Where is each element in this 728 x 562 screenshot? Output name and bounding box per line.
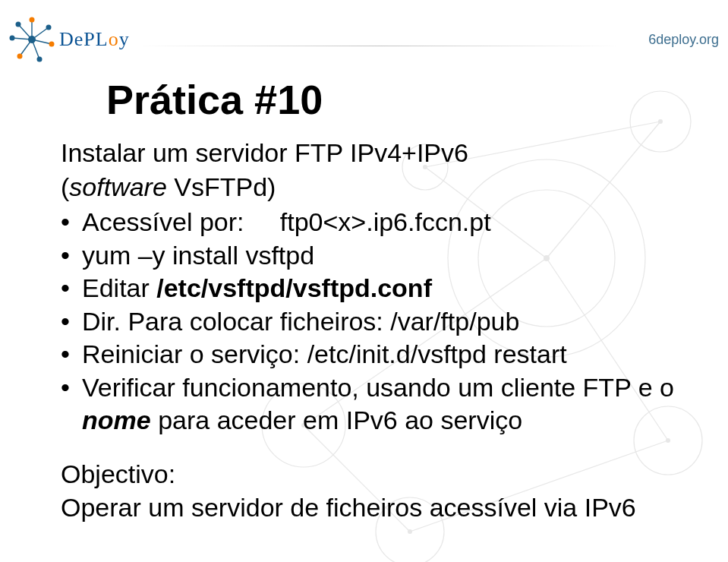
- logo-text: DePLoy: [59, 28, 130, 51]
- svg-point-27: [30, 17, 35, 23]
- bullet-item: Dir. Para colocar ficheiros: /var/ftp/pu…: [61, 305, 690, 339]
- objective-label: Objectivo:: [61, 457, 690, 491]
- svg-point-30: [37, 57, 43, 62]
- bullet-item: Editar /etc/vsftpd/vsftpd.conf: [61, 272, 690, 305]
- slide-title: Prática #10: [106, 76, 690, 123]
- logo-left: DePLoy: [9, 17, 130, 62]
- header-divider: [137, 46, 622, 46]
- bullet-list: Acessível por: ftp0<x>.ip6.fccn.pt yum –…: [61, 206, 690, 437]
- slide-content: Prática #10 Instalar um servidor FTP IPv…: [53, 76, 690, 547]
- bullet-item: yum –y install vsftpd: [61, 239, 690, 273]
- svg-point-31: [17, 54, 23, 59]
- bullet-item: Reiniciar o serviço: /etc/init.d/vsftpd …: [61, 338, 690, 371]
- bullet-item: Acessível por: ftp0<x>.ip6.fccn.pt: [61, 206, 690, 239]
- svg-point-33: [16, 22, 21, 27]
- slide-subtitle-line2: (software VsFTPd): [61, 171, 690, 204]
- slide-subtitle-line1: Instalar um servidor FTP IPv4+IPv6: [61, 137, 690, 169]
- bullet-item: Verificar funcionamento, usando um clien…: [61, 371, 690, 437]
- header: DePLoy 6deploy.org: [9, 15, 719, 64]
- logo-star-icon: [9, 17, 55, 62]
- objective-block: Objectivo: Operar um servidor de ficheir…: [61, 457, 690, 524]
- objective-text: Operar um servidor de ficheiros acessíve…: [61, 491, 690, 524]
- site-label: 6deploy.org: [648, 32, 719, 48]
- svg-point-32: [10, 36, 15, 41]
- svg-point-29: [49, 42, 55, 47]
- svg-point-28: [46, 25, 52, 30]
- svg-point-34: [28, 36, 36, 43]
